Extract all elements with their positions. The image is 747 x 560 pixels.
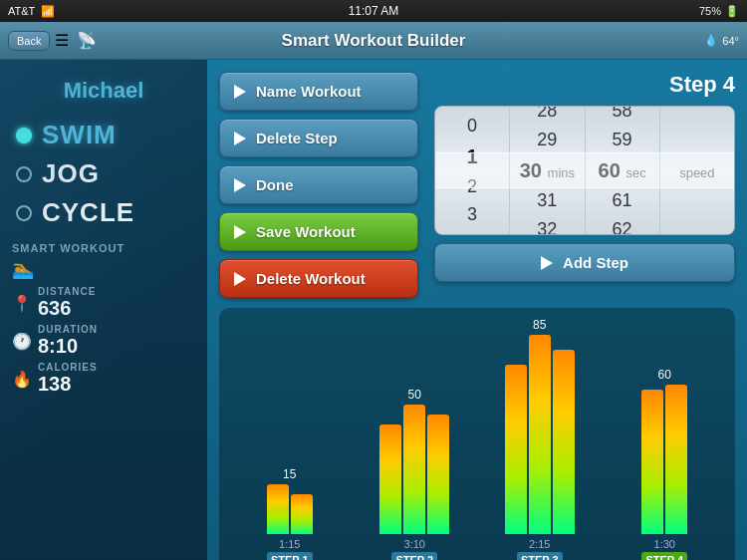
calories-row: 🔥 CALORIES 138: [12, 362, 195, 396]
delete-step-button[interactable]: Delete Step: [219, 119, 418, 157]
bar-3a: [505, 365, 527, 534]
bar-value-3: 85: [533, 318, 546, 332]
section-label: SMART WORKOUT: [12, 242, 195, 254]
swim-icon-row: 🏊: [12, 258, 195, 280]
step-panel: Step 4 0 1 2 3 28 29: [434, 72, 735, 298]
activity-cycle[interactable]: CYCLE: [0, 193, 207, 232]
distance-row: 📍 DISTANCE 636: [12, 286, 195, 320]
bar-wrap-3: [479, 335, 601, 534]
swim-label: SWIM: [42, 120, 117, 150]
name-workout-button[interactable]: Name Workout: [219, 72, 418, 111]
step-title: Step 4: [434, 72, 735, 98]
status-right: 75% 🔋: [699, 5, 739, 18]
bar-wrap-1: [229, 484, 351, 534]
status-bar: AT&T 📶 11:07 AM 75% 🔋: [0, 0, 747, 22]
droplet-icon: 💧: [704, 34, 718, 47]
activity-swim[interactable]: SWIM: [0, 116, 207, 154]
done-button[interactable]: Done: [219, 165, 418, 204]
calories-value: 138: [38, 373, 98, 396]
play-icon-3: [234, 178, 246, 192]
step-label-3: 2:15 STEP 3: [479, 538, 601, 560]
temp-badge: 💧 64°: [704, 34, 739, 47]
add-step-label: Add Step: [563, 254, 628, 271]
add-step-button[interactable]: Add Step: [434, 243, 735, 282]
status-left: AT&T 📶: [8, 5, 55, 18]
bar-4b: [665, 385, 687, 534]
bar-value-1: 15: [283, 467, 296, 481]
bar-group-1: 15: [229, 467, 351, 534]
flame-icon: 🔥: [12, 370, 32, 389]
picker-col-3[interactable]: 58 59 60 sec 61 62: [586, 107, 660, 234]
delete-step-label: Delete Step: [256, 130, 338, 146]
bar-group-4: 60: [605, 368, 726, 534]
sidebar: Michael SWIM JOG CYCLE SMART WORKOUT 🏊 📍…: [0, 60, 207, 560]
top-section: Name Workout Delete Step Done Save Worko…: [219, 72, 735, 298]
picker-col-2[interactable]: 28 29 30 mins 31 32: [510, 107, 585, 234]
chart-area: 15 50 85: [219, 308, 735, 560]
play-icon-add: [541, 256, 553, 270]
back-button[interactable]: Back: [8, 31, 50, 51]
bar-wrap-2: [355, 405, 476, 534]
step-labels: 1:15 STEP 1 3:10 STEP 2 2:15 STEP 3 1:30…: [229, 538, 725, 560]
step-time-2: 3:10: [355, 538, 476, 550]
picker-col-4[interactable]: speed: [660, 107, 734, 234]
bar-value-4: 60: [658, 368, 671, 382]
play-icon-4: [234, 225, 246, 239]
step-label-2: 3:10 STEP 2: [355, 538, 476, 560]
swim-radio: [16, 128, 32, 143]
buttons-panel: Name Workout Delete Step Done Save Worko…: [219, 72, 418, 298]
play-icon: [234, 85, 246, 99]
menu-icon[interactable]: ☰: [55, 31, 69, 50]
chart-bars: 15 50 85: [229, 318, 725, 538]
nav-bar: Back ☰ 📡 Smart Workout Builder 💧 64°: [0, 22, 747, 60]
step-label-4: 1:30 STEP 4: [605, 538, 726, 560]
delete-workout-label: Delete Workout: [256, 270, 366, 287]
picker-wheel[interactable]: 0 1 2 3 28 29 30 mins 31 32: [434, 106, 735, 235]
bar-wrap-4: [605, 385, 726, 534]
nav-icons: ☰ 📡: [55, 31, 97, 50]
distance-label: DISTANCE: [38, 286, 96, 297]
step-badge-2: STEP 2: [391, 552, 437, 560]
save-workout-button[interactable]: Save Workout: [219, 212, 418, 251]
smart-workout-section: SMART WORKOUT 🏊 📍 DISTANCE 636 🕐 DURATIO…: [0, 242, 207, 400]
step-time-1: 1:15: [229, 538, 351, 550]
wifi-nav-icon: 📡: [77, 31, 97, 50]
play-icon-2: [234, 132, 246, 145]
play-icon-5: [234, 272, 246, 286]
temp-value: 64°: [722, 35, 739, 47]
bar-2c: [427, 415, 449, 534]
swimmer-icon: 🏊: [12, 258, 34, 280]
nav-title: Smart Workout Builder: [282, 31, 466, 51]
carrier-label: AT&T: [8, 5, 35, 17]
bar-2b: [403, 405, 425, 534]
bar-3b: [529, 335, 551, 534]
picker-col-1[interactable]: 0 1 2 3: [435, 107, 510, 234]
step-time-3: 2:15: [479, 538, 601, 550]
jog-radio: [16, 166, 32, 182]
activity-jog[interactable]: JOG: [0, 154, 207, 193]
duration-value: 8:10: [38, 335, 98, 358]
duration-row: 🕐 DURATION 8:10: [12, 324, 195, 358]
step-label-1: 1:15 STEP 1: [229, 538, 351, 560]
step-time-4: 1:30: [605, 538, 726, 550]
content-area: Name Workout Delete Step Done Save Worko…: [207, 60, 747, 560]
bar-1b: [291, 494, 313, 534]
clock-icon: 🕐: [12, 332, 32, 351]
save-workout-label: Save Workout: [256, 223, 356, 240]
bar-2a: [379, 424, 401, 534]
bar-4a: [641, 390, 663, 534]
delete-workout-button[interactable]: Delete Workout: [219, 259, 418, 298]
wifi-icon: 📶: [41, 5, 55, 18]
duration-label: DURATION: [38, 324, 98, 335]
distance-icon: 📍: [12, 294, 32, 313]
jog-label: JOG: [42, 158, 100, 189]
done-label: Done: [256, 176, 294, 193]
step-badge-4: STEP 4: [641, 552, 687, 560]
user-name: Michael: [0, 70, 207, 116]
step-badge-1: STEP 1: [267, 552, 313, 560]
calories-label: CALORIES: [38, 362, 98, 373]
battery-label: 75%: [699, 5, 721, 17]
bar-group-3: 85: [479, 318, 601, 534]
cycle-label: CYCLE: [42, 197, 134, 228]
battery-icon: 🔋: [725, 5, 739, 18]
